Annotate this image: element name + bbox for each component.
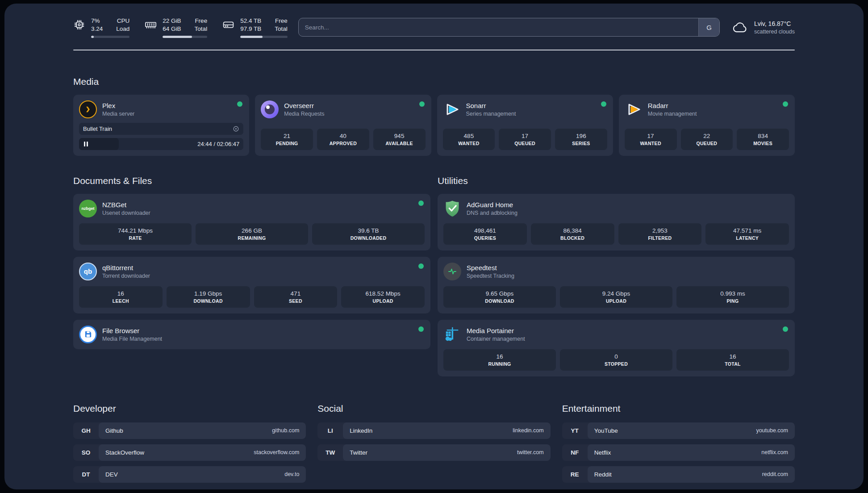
portainer-icon — [443, 326, 461, 343]
stat-tile: 16TOTAL — [676, 349, 789, 371]
cpu-widget: 7% 3.24 CPU Load — [73, 17, 129, 38]
service-name: Media Portainer — [467, 327, 525, 334]
section-title-utilities: Utilities — [438, 175, 795, 186]
service-description: Series management — [466, 111, 516, 117]
status-dot — [419, 101, 425, 107]
service-card-sonarr[interactable]: Sonarr Series management 485WANTED 17QUE… — [437, 95, 613, 156]
stat-tile: 16RUNNING — [443, 349, 556, 371]
bookmark-domain: twitter.com — [517, 449, 544, 455]
memory-free-label: Free — [195, 17, 208, 25]
documents-column: Documents & Files nzbget NZBGet Usenet d… — [73, 175, 430, 349]
now-playing-widget: Bullet Train 24:44 / 02:06:47 — [79, 118, 243, 150]
stat-tile: 0.993 msPING — [676, 286, 789, 308]
memory-free-value: 22 GiB — [163, 17, 181, 25]
service-card-radarr[interactable]: Radarr Movie management 17WANTED 22QUEUE… — [619, 95, 795, 156]
service-card-portainer[interactable]: Media Portainer Container management 16R… — [438, 320, 795, 376]
service-description: Container management — [467, 336, 525, 342]
bookmark-domain: dev.to — [284, 471, 299, 477]
bookmark-netflix[interactable]: NF Netflixnetflix.com — [562, 444, 795, 461]
bookmark-abbr: LI — [317, 422, 343, 439]
stat-tile: 40APPROVED — [317, 129, 369, 150]
search-input[interactable] — [299, 18, 698, 36]
stat-tile: 17WANTED — [625, 129, 677, 150]
status-dot — [418, 201, 424, 206]
stat-tile: 485WANTED — [443, 129, 495, 150]
service-name: Plex — [102, 102, 134, 109]
status-dot — [601, 101, 606, 107]
stat-tile: 9.24 GbpsUPLOAD — [560, 286, 672, 308]
bookmark-name: Reddit — [594, 471, 612, 478]
service-description: DNS and adblocking — [467, 210, 517, 216]
cpu-progress-bar — [91, 36, 129, 38]
playback-time: 24:44 / 02:06:47 — [197, 141, 239, 147]
stat-tile: 86,384BLOCKED — [531, 223, 614, 245]
bookmark-abbr: YT — [562, 422, 588, 439]
memory-total-value: 64 GiB — [163, 25, 181, 33]
dashboard-page: 7% 3.24 CPU Load 22 GiB — [4, 4, 864, 489]
weather-summary: Lviv, 16.87°C — [754, 20, 795, 27]
service-name: Radarr — [648, 102, 697, 109]
service-card-plex[interactable]: Plex Media server Bullet Train 24:44 / — [73, 95, 249, 156]
status-dot — [783, 326, 788, 332]
stat-tile: 2,953FILTERED — [618, 223, 702, 245]
bookmark-name: Netflix — [594, 449, 611, 456]
service-description: Torrent downloader — [102, 273, 150, 279]
service-card-nzbget[interactable]: nzbget NZBGet Usenet downloader 744.21 M… — [73, 194, 430, 251]
stat-tile: 0STOPPED — [560, 349, 672, 371]
service-card-adguard[interactable]: AdGuard Home DNS and adblocking 498,461Q… — [438, 194, 795, 251]
service-name: Sonarr — [466, 102, 516, 109]
disk-progress-bar — [240, 36, 288, 38]
memory-progress-bar — [163, 36, 207, 38]
bookmark-name: LinkedIn — [350, 427, 372, 434]
stat-tile: 16LEECH — [79, 286, 163, 308]
bookmark-name: DEV — [105, 471, 118, 478]
memory-widget: 22 GiB 64 GiB Free Total — [145, 17, 207, 38]
speedtest-icon — [443, 263, 461, 280]
system-stats: 7% 3.24 CPU Load 22 GiB — [73, 17, 288, 38]
bookmark-abbr: GH — [73, 422, 99, 439]
service-card-overseerr[interactable]: Overseerr Media Requests 21PENDING 40APP… — [255, 95, 431, 156]
bookmark-dev[interactable]: DT DEVdev.to — [73, 466, 306, 483]
service-description: Usenet downloader — [102, 210, 150, 216]
cpu-icon — [73, 19, 85, 31]
service-description: Media server — [102, 111, 134, 117]
service-description: Media File Management — [102, 336, 162, 342]
filebrowser-icon — [79, 326, 97, 343]
qbittorrent-icon: qb — [79, 263, 97, 280]
section-title-documents: Documents & Files — [73, 175, 430, 186]
stat-tile: 498,461QUERIES — [443, 223, 527, 245]
header-divider — [73, 50, 795, 50]
cpu-load-label: Load — [116, 25, 129, 33]
disk-icon — [222, 19, 234, 31]
bookmark-domain: github.com — [272, 427, 299, 434]
memory-total-label: Total — [195, 25, 208, 33]
search-provider-button[interactable]: G — [698, 18, 719, 36]
stat-tile: 744.21 MbpsRATE — [79, 223, 192, 245]
bookmark-domain: reddit.com — [762, 471, 788, 477]
stat-tile: 21PENDING — [261, 129, 313, 150]
service-card-qbittorrent[interactable]: qb qBittorrent Torrent downloader 16LEEC… — [73, 257, 430, 313]
cloud-icon — [731, 20, 748, 34]
service-card-speedtest[interactable]: Speedtest Speedtest Tracking 9.65 GbpsDO… — [438, 257, 795, 313]
bookmark-abbr: SO — [73, 444, 99, 461]
bookmark-reddit[interactable]: RE Redditreddit.com — [562, 466, 795, 483]
bookmark-group-entertainment: Entertainment YT YouTubeyoutube.com NF N… — [562, 403, 795, 483]
bookmark-stackoverflow[interactable]: SO StackOverflowstackoverflow.com — [73, 444, 306, 461]
cpu-load-value: 3.24 — [91, 25, 103, 33]
service-name: File Browser — [102, 327, 162, 334]
pause-button[interactable] — [79, 138, 119, 150]
stat-tile: 266 GBREMAINING — [196, 223, 308, 245]
service-name: AdGuard Home — [467, 201, 517, 209]
bookmark-youtube[interactable]: YT YouTubeyoutube.com — [562, 422, 795, 439]
bookmark-github[interactable]: GH Githubgithub.com — [73, 422, 306, 439]
bookmark-twitter[interactable]: TW Twittertwitter.com — [317, 444, 550, 461]
stat-tile: 22QUEUED — [681, 129, 733, 150]
bookmark-linkedin[interactable]: LI LinkedInlinkedin.com — [317, 422, 550, 439]
memory-icon — [145, 19, 157, 31]
service-card-filebrowser[interactable]: File Browser Media File Management — [73, 320, 430, 349]
media-reel-icon — [233, 125, 239, 132]
bookmark-domain: linkedin.com — [513, 427, 543, 434]
pause-icon — [84, 142, 88, 146]
bookmark-abbr: DT — [73, 466, 99, 483]
service-description: Movie management — [648, 111, 697, 117]
